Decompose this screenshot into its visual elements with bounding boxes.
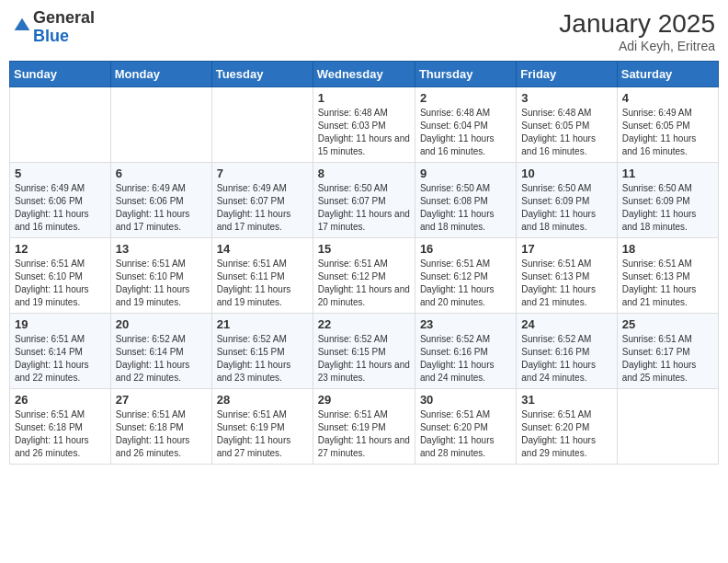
calendar-cell: 7Sunrise: 6:49 AM Sunset: 6:07 PM Daylig… <box>211 163 313 238</box>
weekday-header: Friday <box>517 62 617 87</box>
calendar-cell: 5Sunrise: 6:49 AM Sunset: 6:06 PM Daylig… <box>10 163 111 238</box>
day-number: 25 <box>622 317 713 331</box>
day-number: 29 <box>318 393 410 407</box>
logo: General Blue <box>13 9 95 46</box>
calendar-cell: 8Sunrise: 6:50 AM Sunset: 6:07 PM Daylig… <box>313 163 415 238</box>
calendar-cell: 30Sunrise: 6:51 AM Sunset: 6:20 PM Dayli… <box>415 389 516 465</box>
calendar-cell: 21Sunrise: 6:52 AM Sunset: 6:15 PM Dayli… <box>211 314 313 389</box>
cell-sunrise-sunset: Sunrise: 6:51 AM Sunset: 6:13 PM Dayligh… <box>521 258 611 309</box>
cell-sunrise-sunset: Sunrise: 6:48 AM Sunset: 6:05 PM Dayligh… <box>521 107 611 158</box>
calendar-cell: 12Sunrise: 6:51 AM Sunset: 6:10 PM Dayli… <box>10 238 111 314</box>
calendar-cell <box>617 389 718 465</box>
calendar-cell <box>10 87 111 163</box>
cell-sunrise-sunset: Sunrise: 6:51 AM Sunset: 6:11 PM Dayligh… <box>217 258 308 309</box>
calendar-cell: 3Sunrise: 6:48 AM Sunset: 6:05 PM Daylig… <box>517 87 617 163</box>
weekday-header: Saturday <box>617 62 718 87</box>
calendar-cell: 10Sunrise: 6:50 AM Sunset: 6:09 PM Dayli… <box>517 163 617 238</box>
day-number: 26 <box>15 393 106 407</box>
day-number: 13 <box>116 242 207 256</box>
weekday-header: Tuesday <box>211 62 313 87</box>
cell-sunrise-sunset: Sunrise: 6:51 AM Sunset: 6:12 PM Dayligh… <box>420 258 511 309</box>
svg-marker-0 <box>15 17 30 29</box>
cell-sunrise-sunset: Sunrise: 6:51 AM Sunset: 6:18 PM Dayligh… <box>15 408 106 460</box>
day-number: 15 <box>318 242 410 256</box>
day-number: 14 <box>217 242 308 256</box>
cell-sunrise-sunset: Sunrise: 6:52 AM Sunset: 6:16 PM Dayligh… <box>420 333 511 385</box>
day-number: 11 <box>622 167 713 180</box>
cell-sunrise-sunset: Sunrise: 6:52 AM Sunset: 6:16 PM Dayligh… <box>521 333 611 385</box>
month-year: January 2025 <box>559 9 715 39</box>
day-number: 3 <box>521 91 611 105</box>
cell-sunrise-sunset: Sunrise: 6:49 AM Sunset: 6:06 PM Dayligh… <box>15 182 106 234</box>
title-block: January 2025 Adi Keyh, Eritrea <box>559 9 715 53</box>
day-number: 17 <box>521 242 611 256</box>
weekday-header-row: SundayMondayTuesdayWednesdayThursdayFrid… <box>10 62 719 87</box>
calendar-cell: 26Sunrise: 6:51 AM Sunset: 6:18 PM Dayli… <box>10 389 111 465</box>
calendar-cell: 28Sunrise: 6:51 AM Sunset: 6:19 PM Dayli… <box>211 389 313 465</box>
day-number: 31 <box>521 393 611 407</box>
day-number: 27 <box>116 393 207 407</box>
day-number: 19 <box>15 317 106 331</box>
calendar-cell: 29Sunrise: 6:51 AM Sunset: 6:19 PM Dayli… <box>313 389 415 465</box>
cell-sunrise-sunset: Sunrise: 6:51 AM Sunset: 6:12 PM Dayligh… <box>318 258 410 309</box>
calendar-cell: 9Sunrise: 6:50 AM Sunset: 6:08 PM Daylig… <box>415 163 516 238</box>
calendar-cell: 20Sunrise: 6:52 AM Sunset: 6:14 PM Dayli… <box>110 314 211 389</box>
cell-sunrise-sunset: Sunrise: 6:51 AM Sunset: 6:19 PM Dayligh… <box>217 408 308 460</box>
cell-sunrise-sunset: Sunrise: 6:51 AM Sunset: 6:19 PM Dayligh… <box>318 408 410 460</box>
cell-sunrise-sunset: Sunrise: 6:49 AM Sunset: 6:07 PM Dayligh… <box>217 182 308 234</box>
cell-sunrise-sunset: Sunrise: 6:51 AM Sunset: 6:20 PM Dayligh… <box>420 408 511 460</box>
calendar-cell: 27Sunrise: 6:51 AM Sunset: 6:18 PM Dayli… <box>110 389 211 465</box>
day-number: 28 <box>217 393 308 407</box>
logo-blue-text: Blue <box>33 27 69 45</box>
day-number: 22 <box>318 317 410 331</box>
weekday-header: Thursday <box>415 62 516 87</box>
day-number: 5 <box>15 167 106 180</box>
day-number: 8 <box>318 167 410 180</box>
cell-sunrise-sunset: Sunrise: 6:50 AM Sunset: 6:08 PM Dayligh… <box>420 182 511 234</box>
cell-sunrise-sunset: Sunrise: 6:51 AM Sunset: 6:14 PM Dayligh… <box>15 333 106 385</box>
day-number: 6 <box>116 167 207 180</box>
day-number: 21 <box>217 317 308 331</box>
calendar-cell: 2Sunrise: 6:48 AM Sunset: 6:04 PM Daylig… <box>415 87 516 163</box>
location: Adi Keyh, Eritrea <box>559 39 715 53</box>
calendar-cell: 16Sunrise: 6:51 AM Sunset: 6:12 PM Dayli… <box>415 238 516 314</box>
logo-icon <box>13 17 31 35</box>
day-number: 2 <box>420 91 511 105</box>
calendar-cell: 1Sunrise: 6:48 AM Sunset: 6:03 PM Daylig… <box>313 87 415 163</box>
calendar-cell: 11Sunrise: 6:50 AM Sunset: 6:09 PM Dayli… <box>617 163 718 238</box>
cell-sunrise-sunset: Sunrise: 6:49 AM Sunset: 6:05 PM Dayligh… <box>622 107 713 158</box>
calendar-cell: 18Sunrise: 6:51 AM Sunset: 6:13 PM Dayli… <box>617 238 718 314</box>
day-number: 24 <box>521 317 611 331</box>
calendar-cell: 25Sunrise: 6:51 AM Sunset: 6:17 PM Dayli… <box>617 314 718 389</box>
cell-sunrise-sunset: Sunrise: 6:50 AM Sunset: 6:09 PM Dayligh… <box>622 182 713 234</box>
day-number: 1 <box>318 91 410 105</box>
day-number: 10 <box>521 167 611 180</box>
cell-sunrise-sunset: Sunrise: 6:50 AM Sunset: 6:07 PM Dayligh… <box>318 182 410 234</box>
page-header: General Blue January 2025 Adi Keyh, Erit… <box>9 9 719 53</box>
cell-sunrise-sunset: Sunrise: 6:51 AM Sunset: 6:13 PM Dayligh… <box>622 258 713 309</box>
cell-sunrise-sunset: Sunrise: 6:52 AM Sunset: 6:15 PM Dayligh… <box>217 333 308 385</box>
calendar-week-row: 1Sunrise: 6:48 AM Sunset: 6:03 PM Daylig… <box>10 87 719 163</box>
day-number: 20 <box>116 317 207 331</box>
calendar-week-row: 19Sunrise: 6:51 AM Sunset: 6:14 PM Dayli… <box>10 314 719 389</box>
cell-sunrise-sunset: Sunrise: 6:49 AM Sunset: 6:06 PM Dayligh… <box>116 182 207 234</box>
day-number: 30 <box>420 393 511 407</box>
cell-sunrise-sunset: Sunrise: 6:50 AM Sunset: 6:09 PM Dayligh… <box>521 182 611 234</box>
day-number: 4 <box>622 91 713 105</box>
cell-sunrise-sunset: Sunrise: 6:51 AM Sunset: 6:10 PM Dayligh… <box>116 258 207 309</box>
calendar-cell: 6Sunrise: 6:49 AM Sunset: 6:06 PM Daylig… <box>110 163 211 238</box>
cell-sunrise-sunset: Sunrise: 6:48 AM Sunset: 6:03 PM Dayligh… <box>318 107 410 158</box>
cell-sunrise-sunset: Sunrise: 6:48 AM Sunset: 6:04 PM Dayligh… <box>420 107 511 158</box>
cell-sunrise-sunset: Sunrise: 6:51 AM Sunset: 6:17 PM Dayligh… <box>622 333 713 385</box>
calendar-cell: 19Sunrise: 6:51 AM Sunset: 6:14 PM Dayli… <box>10 314 111 389</box>
cell-sunrise-sunset: Sunrise: 6:52 AM Sunset: 6:14 PM Dayligh… <box>116 333 207 385</box>
cell-sunrise-sunset: Sunrise: 6:51 AM Sunset: 6:20 PM Dayligh… <box>521 408 611 460</box>
day-number: 23 <box>420 317 511 331</box>
calendar-cell <box>211 87 313 163</box>
logo-general-text: General <box>33 8 95 27</box>
calendar-week-row: 26Sunrise: 6:51 AM Sunset: 6:18 PM Dayli… <box>10 389 719 465</box>
day-number: 12 <box>15 242 106 256</box>
calendar-cell <box>110 87 211 163</box>
weekday-header: Monday <box>110 62 211 87</box>
day-number: 9 <box>420 167 511 180</box>
